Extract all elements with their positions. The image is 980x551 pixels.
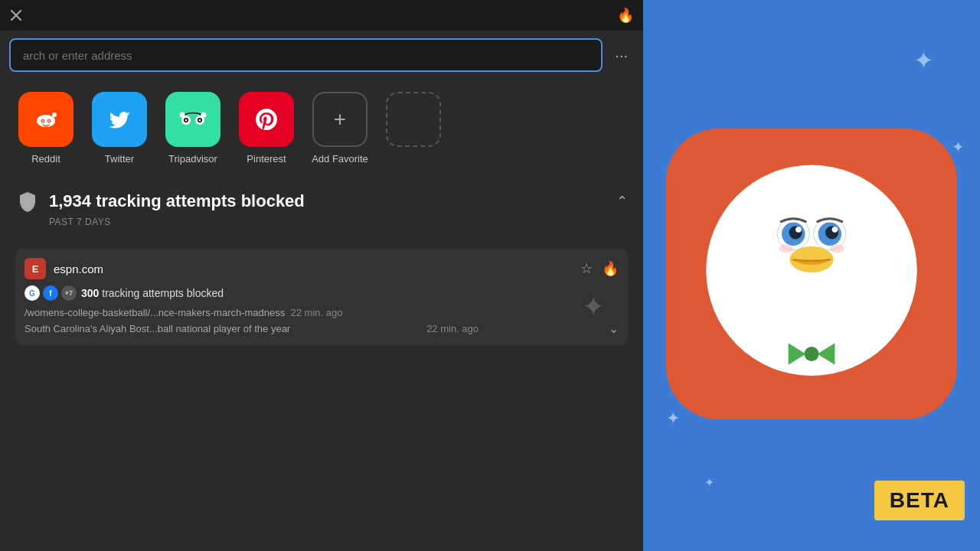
- svg-point-14: [185, 119, 188, 122]
- ddg-logo-container: [666, 129, 957, 422]
- svg-point-34: [830, 244, 844, 253]
- favorites-section: Reddit Twitter: [0, 80, 643, 177]
- collapse-tracking-button[interactable]: ⌃: [616, 193, 628, 210]
- bookmark-button[interactable]: ☆: [580, 260, 593, 277]
- site-link: /womens-college-basketball/...nce-makers…: [24, 307, 619, 318]
- google-tracker-logo: G: [24, 285, 40, 301]
- address-bar-input[interactable]: [9, 38, 603, 72]
- star-decoration-4: ✦: [704, 475, 714, 490]
- fire-button[interactable]: 🔥: [602, 260, 619, 277]
- favorite-label-add: Add Favorite: [312, 153, 368, 165]
- tracking-section: 1,934 tracking attempts blocked ⌃ PAST 7…: [0, 177, 643, 240]
- svg-point-30: [832, 227, 838, 233]
- svg-point-15: [199, 119, 201, 122]
- tracking-period: PAST 7 DAYS: [49, 217, 628, 227]
- site-actions: ☆ 🔥: [580, 260, 619, 277]
- favorite-item-tripadvisor[interactable]: Tripadvisor: [162, 92, 224, 165]
- svg-point-32: [805, 347, 819, 361]
- svg-point-4: [52, 112, 57, 117]
- favorite-icon-pinterest: [239, 92, 294, 147]
- favorite-item-twitter[interactable]: Twitter: [89, 92, 150, 165]
- favorite-label-pinterest: Pinterest: [247, 153, 286, 165]
- more-trackers-badge: +7: [61, 285, 77, 301]
- site-description: South Carolina's Aliyah Bost...ball nati…: [24, 321, 619, 336]
- tracker-logos: G f +7: [24, 285, 77, 301]
- svg-point-6: [42, 120, 44, 122]
- svg-rect-9: [176, 103, 210, 136]
- add-favorite-icon: +: [312, 92, 368, 147]
- menu-dots-button[interactable]: ···: [609, 44, 634, 67]
- empty-favorite-icon: [386, 92, 441, 147]
- site-trackers: G f +7 300 tracking attempts blocked: [24, 285, 619, 301]
- svg-rect-18: [250, 103, 283, 136]
- star-decoration-1: ✦: [913, 46, 934, 75]
- ddg-panel: ✦ ✦ ✦ ✦: [643, 0, 980, 551]
- svg-point-16: [180, 112, 185, 118]
- tracking-count: 1,934 tracking attempts blocked: [49, 191, 305, 211]
- svg-point-33: [779, 244, 793, 253]
- favorite-label-twitter: Twitter: [105, 153, 134, 165]
- favorite-icon-reddit: [18, 92, 74, 147]
- favorite-icon-twitter: [92, 92, 147, 147]
- close-button[interactable]: [9, 8, 23, 22]
- favorite-icon-tripadvisor: [165, 92, 220, 147]
- flame-icon: 🔥: [617, 7, 634, 24]
- site-favicon-espn: E: [24, 258, 46, 279]
- favorite-label-tripadvisor: Tripadvisor: [168, 153, 217, 165]
- top-bar: 🔥: [0, 0, 643, 31]
- shield-icon: [15, 189, 40, 214]
- beta-badge: BETA: [874, 481, 965, 520]
- favorite-label-reddit: Reddit: [31, 153, 60, 165]
- tracker-count-text: 300 tracking attempts blocked: [81, 287, 224, 299]
- svg-point-7: [48, 120, 50, 122]
- favorite-item-empty[interactable]: [383, 92, 444, 165]
- favorite-item-pinterest[interactable]: Pinterest: [236, 92, 297, 165]
- svg-point-22: [761, 191, 863, 292]
- favorites-grid: Reddit Twitter: [15, 92, 628, 165]
- browser-panel: 🔥 ···: [0, 0, 643, 551]
- favorite-item-reddit[interactable]: Reddit: [15, 92, 77, 165]
- svg-point-29: [795, 227, 802, 233]
- svg-point-17: [201, 112, 207, 118]
- site-item-espn: E espn.com ☆ 🔥 G f +7 300 tracking attem…: [15, 249, 628, 345]
- svg-point-1: [37, 115, 55, 127]
- address-bar-row: ···: [0, 31, 643, 80]
- site-list: E espn.com ☆ 🔥 G f +7 300 tracking attem…: [0, 240, 643, 360]
- expand-description-button[interactable]: ⌄: [609, 321, 619, 336]
- site-name-espn: espn.com: [54, 262, 103, 276]
- site-item-header: E espn.com ☆ 🔥: [24, 258, 619, 279]
- facebook-tracker-logo: f: [43, 285, 58, 301]
- tracking-header: 1,934 tracking attempts blocked ⌃: [15, 189, 628, 214]
- favorite-item-add[interactable]: + Add Favorite: [309, 92, 371, 165]
